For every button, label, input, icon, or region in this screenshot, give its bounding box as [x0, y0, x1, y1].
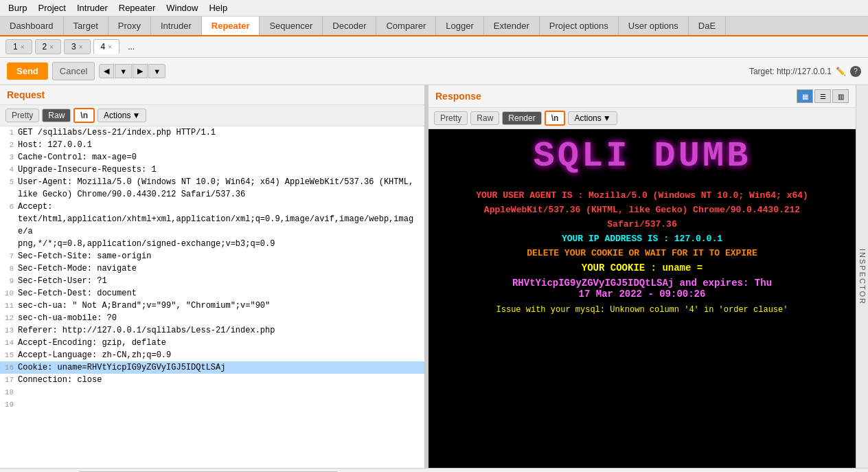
next-dropdown-button[interactable]: ▼: [148, 64, 165, 78]
tab-proxy[interactable]: Proxy: [108, 16, 151, 35]
repeater-tab-more[interactable]: ...: [122, 40, 140, 54]
line-number: 6: [1, 201, 18, 213]
response-panel: Response ▦ ☰ ▥ Pretty Raw Render \n Acti…: [429, 85, 856, 468]
request-newline-button[interactable]: \n: [73, 108, 95, 123]
close-tab-3-icon[interactable]: ×: [79, 43, 83, 51]
main-content: Request Pretty Raw \n Actions ▼ 1GET /sq…: [0, 85, 868, 468]
repeater-tab-3[interactable]: 3 ×: [64, 39, 91, 54]
tab-decoder[interactable]: Decoder: [323, 16, 376, 35]
code-line: 19: [0, 398, 424, 411]
close-tab-1-icon[interactable]: ×: [21, 43, 25, 51]
line-content: Sec-Fetch-Dest: document: [18, 287, 423, 300]
repeater-tab-4[interactable]: 4 ×: [93, 39, 120, 54]
code-line: 12sec-ch-ua-mobile: ?0: [0, 312, 424, 324]
response-actions-button[interactable]: Actions ▼: [568, 111, 617, 125]
prev-dropdown-button[interactable]: ▼: [115, 64, 132, 78]
target-info: Target: http://127.0.0.1 ✏️ ?: [749, 66, 861, 77]
prev-arrow-button[interactable]: ◀: [99, 64, 114, 78]
request-pretty-button[interactable]: Pretty: [5, 109, 39, 122]
close-tab-4-icon[interactable]: ×: [108, 43, 112, 51]
line-content: Host: 127.0.0.1: [18, 139, 423, 151]
menu-intruder[interactable]: Intruder: [71, 1, 113, 14]
cookie-label: YOUR COOKIE : uname =: [435, 262, 849, 273]
tab-target[interactable]: Target: [64, 16, 108, 35]
request-panel: Request Pretty Raw \n Actions ▼ 1GET /sq…: [0, 85, 426, 468]
request-code-area[interactable]: 1GET /sqlilabs/Less-21/index.php HTTP/1.…: [0, 126, 424, 468]
repeater-tabs: 1 × 2 × 3 × 4 × ...: [0, 36, 868, 58]
response-newline-button[interactable]: \n: [545, 111, 566, 126]
code-line: 1GET /sqlilabs/Less-21/index.php HTTP/1.…: [0, 126, 424, 139]
tab-dae[interactable]: DaE: [689, 16, 726, 35]
tab-logger[interactable]: Logger: [436, 16, 483, 35]
actions-dropdown-icon: ▼: [132, 111, 140, 120]
line-content: text/html,application/xhtml+xml,applicat…: [18, 213, 423, 238]
view-toggles: ▦ ☰ ▥: [797, 89, 849, 103]
menu-project[interactable]: Project: [32, 1, 71, 14]
response-content: SQLI DUMB YOUR USER AGENT IS : Mozilla/5…: [429, 129, 856, 468]
line-content: Connection: close: [18, 374, 423, 386]
code-line: 15Accept-Language: zh-CN,zh;q=0.9: [0, 349, 424, 361]
target-label: Target: http://127.0.0.1: [749, 67, 832, 76]
view-split-button[interactable]: ▦: [797, 89, 813, 103]
repeater-tab-1[interactable]: 1 ×: [5, 39, 32, 54]
line-content: sec-ch-ua-mobile: ?0: [18, 312, 423, 324]
close-tab-2-icon[interactable]: ×: [49, 43, 54, 51]
response-raw-button[interactable]: Raw: [470, 111, 499, 125]
line-content: User-Agent: Mozilla/5.0 (Windows NT 10.0…: [18, 176, 423, 188]
line-number: 4: [1, 164, 18, 176]
next-arrow-button[interactable]: ▶: [133, 64, 148, 78]
error-text: Issue with your mysql: Unknown column '4…: [435, 305, 849, 315]
code-line: 5User-Agent: Mozilla/5.0 (Windows NT 10.…: [0, 176, 424, 188]
menu-repeater[interactable]: Repeater: [113, 1, 161, 14]
tab-sequencer[interactable]: Sequencer: [260, 16, 323, 35]
line-number: 9: [1, 275, 18, 287]
menu-help[interactable]: Help: [203, 1, 233, 14]
tab-repeater[interactable]: Repeater: [202, 16, 260, 36]
response-pretty-button[interactable]: Pretty: [434, 111, 468, 125]
send-button[interactable]: Send: [7, 63, 48, 80]
request-actions-button[interactable]: Actions ▼: [98, 109, 146, 122]
code-line: 6Accept:: [0, 201, 424, 213]
line-number: 2: [1, 139, 18, 151]
repeater-tab-2[interactable]: 2 ×: [35, 39, 62, 54]
tab-dashboard[interactable]: Dashboard: [0, 16, 64, 35]
request-raw-button[interactable]: Raw: [42, 109, 71, 122]
inspector-panel[interactable]: INSPECTOR: [856, 85, 868, 468]
tab-comparer[interactable]: Comparer: [376, 16, 436, 35]
code-line: text/html,application/xhtml+xml,applicat…: [0, 213, 424, 238]
line-number: 11: [1, 300, 18, 312]
tab-project-options[interactable]: Project options: [540, 16, 619, 35]
help-icon[interactable]: ?: [850, 66, 861, 77]
request-header: Request: [0, 85, 424, 105]
tab-extender[interactable]: Extender: [484, 16, 540, 35]
request-toolbar: Pretty Raw \n Actions ▼: [0, 105, 424, 126]
line-number: 10: [1, 287, 18, 300]
line-content: [18, 386, 423, 398]
line-number: 14: [1, 337, 18, 349]
cancel-button[interactable]: Cancel: [52, 62, 95, 80]
toolbar: Send Cancel ◀ ▼ ▶ ▼ Target: http://127.0…: [0, 58, 868, 85]
line-content: GET /sqlilabs/Less-21/index.php HTTP/1.1: [18, 126, 423, 139]
ip-text: YOUR IP ADDRESS IS : 127.0.0.1: [435, 234, 849, 244]
response-header: Response ▦ ☰ ▥: [429, 85, 856, 108]
line-number: 1: [1, 126, 18, 139]
cookie-value: RHVtYicpIG9yZGVyIGJ5IDQtLSAj and expires…: [435, 278, 849, 289]
line-content: Cache-Control: max-age=0: [18, 151, 423, 164]
line-content: Accept-Language: zh-CN,zh;q=0.9: [18, 349, 423, 361]
line-content: Sec-Fetch-User: ?1: [18, 275, 423, 287]
line-number: [1, 188, 18, 201]
tab-intruder[interactable]: Intruder: [151, 16, 202, 35]
edit-target-icon[interactable]: ✏️: [836, 67, 846, 76]
response-render-button[interactable]: Render: [502, 111, 541, 125]
line-number: 18: [1, 386, 18, 398]
code-line: 8Sec-Fetch-Mode: navigate: [0, 262, 424, 275]
tab-user-options[interactable]: User options: [619, 16, 689, 35]
line-content: Accept:: [18, 201, 423, 213]
sqli-content: SQLI DUMB YOUR USER AGENT IS : Mozilla/5…: [435, 136, 849, 315]
menu-window[interactable]: Window: [161, 1, 203, 14]
line-number: 3: [1, 151, 18, 164]
menu-burp[interactable]: Burp: [3, 1, 32, 14]
view-vertical-button[interactable]: ▥: [832, 89, 849, 103]
line-number: 5: [1, 176, 18, 188]
view-horizontal-button[interactable]: ☰: [814, 89, 831, 103]
